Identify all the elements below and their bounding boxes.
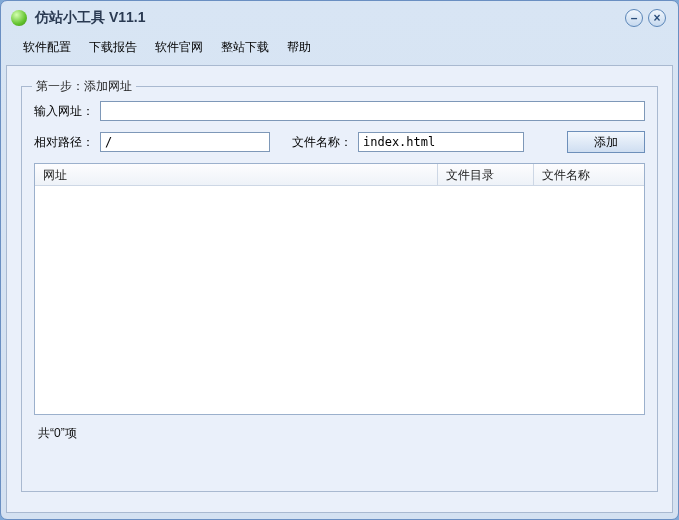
url-row: 输入网址： [34, 101, 645, 121]
menu-full[interactable]: 整站下载 [221, 39, 269, 56]
url-listview[interactable]: 网址 文件目录 文件名称 [34, 163, 645, 415]
filename-label: 文件名称： [292, 134, 352, 151]
menu-site[interactable]: 软件官网 [155, 39, 203, 56]
url-input[interactable] [100, 101, 645, 121]
window-controls: – × [625, 9, 666, 27]
add-button[interactable]: 添加 [567, 131, 645, 153]
listview-body [35, 186, 644, 414]
status-text: 共“0”项 [34, 423, 645, 444]
titlebar: 仿站小工具 V11.1 – × [1, 1, 678, 35]
col-url[interactable]: 网址 [35, 164, 438, 185]
relpath-label: 相对路径： [34, 134, 94, 151]
app-icon [11, 10, 27, 26]
col-dir[interactable]: 文件目录 [438, 164, 534, 185]
menu-config[interactable]: 软件配置 [23, 39, 71, 56]
client-area: 第一步：添加网址 输入网址： 相对路径： 文件名称： 添加 网址 文件目录 文件… [6, 65, 673, 513]
filename-input[interactable] [358, 132, 524, 152]
listview-header: 网址 文件目录 文件名称 [35, 164, 644, 186]
path-row: 相对路径： 文件名称： 添加 [34, 131, 645, 153]
app-window: 仿站小工具 V11.1 – × 软件配置 下载报告 软件官网 整站下载 帮助 第… [0, 0, 679, 520]
app-title: 仿站小工具 V11.1 [35, 9, 145, 27]
step1-group: 第一步：添加网址 输入网址： 相对路径： 文件名称： 添加 网址 文件目录 文件… [21, 86, 658, 492]
menu-report[interactable]: 下载报告 [89, 39, 137, 56]
minimize-button[interactable]: – [625, 9, 643, 27]
url-label: 输入网址： [34, 103, 94, 120]
menu-help[interactable]: 帮助 [287, 39, 311, 56]
col-name[interactable]: 文件名称 [534, 164, 644, 185]
relpath-input[interactable] [100, 132, 270, 152]
group-legend: 第一步：添加网址 [32, 78, 136, 95]
menubar: 软件配置 下载报告 软件官网 整站下载 帮助 [1, 35, 678, 59]
close-button[interactable]: × [648, 9, 666, 27]
